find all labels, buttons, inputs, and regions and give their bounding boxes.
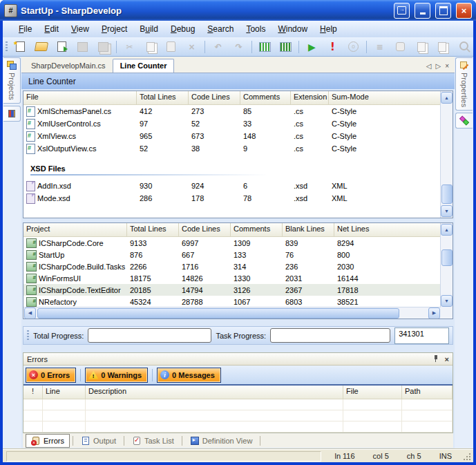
- tool-tab-errors[interactable]: Errors: [26, 434, 70, 448]
- files-table-header[interactable]: FileTotal LinesCode LinesCommentsExtensi…: [23, 91, 441, 105]
- table-cell: XmlView.cs: [23, 131, 137, 142]
- column-header-net-lines[interactable]: Net Lines: [334, 223, 441, 236]
- menu-item-file[interactable]: File: [12, 22, 38, 36]
- progress-row-grip[interactable]: [27, 330, 29, 341]
- files-table-scrollbar[interactable]: ▲ ▼: [440, 91, 453, 218]
- menu-item-debug[interactable]: Debug: [164, 22, 201, 36]
- errors-grid-cell: [43, 399, 86, 410]
- column-header-comments[interactable]: Comments: [240, 91, 291, 104]
- open-file-icon[interactable]: [33, 39, 49, 55]
- scroll-down-icon[interactable]: ▼: [441, 205, 453, 217]
- menu-item-project[interactable]: Project: [95, 22, 133, 36]
- pin-icon[interactable]: [433, 355, 439, 363]
- table-row[interactable]: NRefactory45324287881067680338521: [23, 296, 441, 307]
- scroll-down-icon[interactable]: ▼: [441, 295, 453, 307]
- menu-item-view[interactable]: View: [65, 22, 95, 36]
- table-row[interactable]: AddIn.xsd9309246.xsdXML: [23, 180, 441, 192]
- rebuild-icon[interactable]: [278, 39, 294, 55]
- column-header-line[interactable]: Line: [43, 386, 86, 399]
- menu-item-help[interactable]: Help: [314, 22, 343, 36]
- column-header-path[interactable]: Path: [402, 386, 453, 399]
- resize-grip[interactable]: [462, 452, 471, 461]
- scroll-up-icon[interactable]: ▲: [441, 92, 453, 104]
- errors-panel-title: Errors: [27, 355, 48, 363]
- column-header-comments[interactable]: Comments: [231, 223, 283, 236]
- section-underline: [30, 174, 310, 175]
- redo-icon: ↷: [231, 39, 247, 55]
- document-tab-sharpdevelopmain-cs[interactable]: SharpDevelopMain.cs: [24, 59, 113, 73]
- table-row[interactable]: XslOutputView.cs52389.csC-Style: [23, 142, 441, 155]
- build-icon[interactable]: [257, 39, 273, 55]
- sidebar-tab-tasks[interactable]: [455, 113, 473, 129]
- scroll-thumb[interactable]: [441, 249, 453, 266]
- table-cell: XmlUserControl.cs: [23, 119, 137, 129]
- table-row[interactable]: XmlSchemasPanel.cs41227385.csC-Style: [23, 105, 441, 117]
- column-header--[interactable]: !: [23, 386, 43, 399]
- scroll-left-icon[interactable]: ◀: [24, 307, 36, 319]
- projects-table-header[interactable]: ProjectTotal LinesCode LinesCommentsBlan…: [23, 223, 441, 237]
- column-header-extension[interactable]: Extension: [291, 91, 329, 104]
- breakpoint-icon[interactable]: !: [325, 39, 341, 55]
- table-row[interactable]: XmlView.cs965673148.csC-Style: [23, 130, 441, 142]
- menu-item-search[interactable]: Search: [201, 22, 240, 36]
- errors-grid-empty-row: [23, 399, 453, 410]
- menu-item-build[interactable]: Build: [133, 22, 164, 36]
- column-header-project[interactable]: Project: [23, 223, 127, 236]
- errors-grid-header[interactable]: !LineDescriptionFilePath: [23, 386, 453, 399]
- column-header-blank-lines[interactable]: Blank Lines: [283, 223, 334, 236]
- table-cell: NRefactory: [23, 297, 127, 307]
- table-cell: 1309: [231, 239, 283, 247]
- maximize-button[interactable]: [435, 3, 451, 19]
- tool-tab-output[interactable]: Output: [76, 435, 121, 447]
- project-icon: [26, 250, 37, 260]
- filter-button-label: 0 Errors: [41, 371, 70, 379]
- table-row[interactable]: XmlUserControl.cs975233.csC-Style: [23, 117, 441, 130]
- document-tab-line-counter[interactable]: Line Counter: [113, 59, 175, 73]
- table-row[interactable]: ICSharpCode.Core9133699713098398294: [23, 237, 441, 249]
- toolbar-grip[interactable]: [6, 41, 8, 53]
- minimize-button[interactable]: [415, 3, 430, 19]
- table-row[interactable]: ICSharpCode.Build.Tasks22661716314236203…: [23, 260, 441, 272]
- sidebar-tab-projects[interactable]: Projects: [3, 57, 21, 104]
- projects-table-hscrollbar[interactable]: ◀ ▶: [23, 307, 441, 319]
- scroll-thumb[interactable]: [441, 184, 453, 204]
- menu-item-tools[interactable]: Tools: [240, 22, 272, 36]
- tab-scroll-left-button[interactable]: ◁: [426, 62, 432, 70]
- projects-table-scrollbar[interactable]: ▲ ▼: [440, 223, 453, 307]
- menu-item-window[interactable]: Window: [272, 22, 314, 36]
- tool-tab-definition-view[interactable]: Definition View: [185, 435, 258, 447]
- column-header-total-lines[interactable]: Total Lines: [127, 223, 179, 236]
- column-header-code-lines[interactable]: Code Lines: [179, 223, 231, 236]
- errors-panel-header[interactable]: Errors ×: [23, 353, 453, 366]
- column-header-file[interactable]: File: [23, 91, 137, 104]
- filter-button-0-messages[interactable]: i0 Messages: [157, 368, 221, 383]
- menu-item-edit[interactable]: Edit: [38, 22, 65, 36]
- filter-button-0-warnings[interactable]: !0 Warnings: [85, 368, 148, 383]
- close-button[interactable]: ×: [456, 3, 472, 19]
- errors-grid-empty-row: [23, 410, 453, 421]
- tool-tab-task-list[interactable]: Task List: [127, 435, 179, 447]
- table-row[interactable]: ICSharpCode.TextEditor201851479431262367…: [23, 284, 441, 296]
- new-file-icon[interactable]: *: [12, 39, 28, 55]
- tab-close-button[interactable]: ×: [445, 62, 449, 70]
- scroll-thumb[interactable]: [37, 308, 399, 319]
- scroll-right-icon[interactable]: ▶: [428, 307, 440, 319]
- projects-table-panel: ProjectTotal LinesCode LinesCommentsBlan…: [23, 222, 453, 319]
- sidebar-tab-properties[interactable]: Properties: [455, 57, 473, 111]
- window-extra-button[interactable]: →: [394, 3, 410, 19]
- sidebar-tab-classes[interactable]: [3, 106, 21, 122]
- column-header-total-lines[interactable]: Total Lines: [137, 91, 189, 104]
- column-header-code-lines[interactable]: Code Lines: [189, 91, 240, 104]
- scroll-up-icon[interactable]: ▲: [441, 224, 453, 236]
- column-header-sum-mode[interactable]: Sum-Mode: [329, 91, 441, 104]
- open-with-icon[interactable]: [54, 39, 70, 55]
- tab-scroll-right-button[interactable]: ▷: [435, 62, 441, 70]
- column-header-file[interactable]: File: [343, 386, 402, 399]
- table-row[interactable]: Mode.xsd28617878.xsdXML: [23, 192, 441, 205]
- table-row[interactable]: WinFormsUI18175148261330203116144: [23, 272, 441, 284]
- column-header-description[interactable]: Description: [86, 386, 343, 399]
- close-icon[interactable]: ×: [445, 355, 449, 363]
- run-icon[interactable]: ▶: [304, 39, 320, 55]
- table-row[interactable]: StartUp87666713376800: [23, 249, 441, 260]
- filter-button-0-errors[interactable]: ×0 Errors: [26, 368, 76, 383]
